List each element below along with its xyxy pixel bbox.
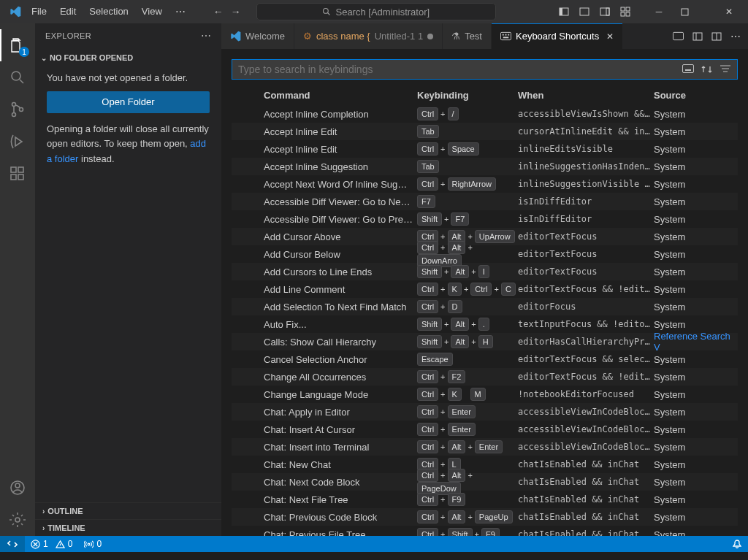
window-close-icon[interactable]: ✕ — [716, 7, 742, 17]
tab-test[interactable]: ⚗ Test — [443, 23, 492, 49]
command-cell: Chat: Previous File Tree — [264, 529, 417, 537]
hint-post: instead. — [78, 153, 114, 164]
window-minimize-icon[interactable]: ─ — [646, 7, 672, 17]
sort-precedence-icon[interactable] — [701, 64, 712, 74]
svg-rect-22 — [18, 167, 23, 172]
editor-more-icon[interactable]: ⋯ — [730, 31, 741, 42]
menu-overflow-icon[interactable]: ⋯ — [169, 0, 192, 23]
outline-label: OUTLINE — [47, 507, 83, 515]
activity-scm-icon[interactable] — [0, 93, 35, 126]
status-notifications-icon[interactable] — [726, 536, 748, 552]
keybinding-cell: Shift+Alt+. — [417, 318, 518, 331]
hint-pre: Opening a folder will close all currentl… — [47, 123, 209, 149]
keybindings-search-input[interactable] — [238, 64, 682, 75]
keybinding-row[interactable]: Change Language ModeCtrl+K M!notebookEdi… — [232, 386, 738, 403]
keybinding-row[interactable]: Accept Inline EditTabcursorAtInlineEdit … — [232, 123, 738, 140]
sidebar-section-outline[interactable]: ›OUTLINE — [35, 502, 221, 519]
keybinding-row[interactable]: Add Cursors to Line EndsShift+Alt+Iedito… — [232, 263, 738, 280]
when-cell: chatIsEnabled && inChat — [518, 512, 654, 522]
keybinding-row[interactable]: Accept Inline EditCtrl+SpaceinlineEditsV… — [232, 140, 738, 158]
command-cell: Accessible Diff Viewer: Go to Ne… — [264, 196, 417, 207]
filter-icon[interactable] — [720, 64, 731, 74]
keybinding-cell: Ctrl+D — [417, 300, 518, 313]
keybinding-row[interactable]: Chat: Next File TreeCtrl+F9chatIsEnabled… — [232, 491, 738, 508]
source-cell: System — [654, 179, 738, 190]
svg-rect-21 — [18, 174, 23, 180]
col-header-source[interactable]: Source — [654, 90, 738, 101]
status-problems[interactable]: 1 0 — [25, 536, 78, 552]
svg-point-13 — [12, 72, 20, 80]
layout-customize-icon[interactable] — [619, 6, 631, 18]
keybindings-search[interactable] — [232, 59, 738, 80]
menu-view[interactable]: View — [135, 0, 169, 23]
activity-account-icon[interactable] — [0, 472, 35, 504]
activity-debug-icon[interactable] — [0, 126, 35, 158]
when-cell: accessibleViewInCodeBlock … — [518, 442, 654, 452]
keybinding-row[interactable]: Chat: Insert into TerminalCtrl+Alt+Enter… — [232, 438, 738, 456]
keybinding-row[interactable]: Chat: Next Code BlockCtrl+Alt+PageDowcha… — [232, 473, 738, 491]
nav-forward-icon[interactable]: → — [227, 6, 245, 18]
open-json-icon[interactable] — [692, 31, 703, 42]
keybinding-row[interactable]: Add Line CommentCtrl+K+Ctrl+CeditorTextF… — [232, 280, 738, 298]
keybinding-cell: Ctrl+F9 — [417, 493, 518, 506]
keybinding-cell: Escape — [417, 353, 518, 366]
menu-edit[interactable]: Edit — [53, 0, 83, 23]
col-header-when[interactable]: When — [518, 90, 654, 101]
keybinding-row[interactable]: Chat: Insert At CursorCtrl+Enteraccessib… — [232, 421, 738, 438]
tab-welcome[interactable]: Welcome — [221, 23, 294, 49]
keybinding-row[interactable]: Accessible Diff Viewer: Go to Ne…F7isInD… — [232, 193, 738, 210]
remote-indicator[interactable] — [0, 536, 25, 552]
editor-actions: ⋯ — [665, 23, 748, 49]
open-folder-button[interactable]: Open Folder — [47, 91, 210, 113]
close-icon[interactable]: ✕ — [606, 31, 614, 42]
keybinding-row[interactable]: Add Selection To Next Find MatchCtrl+Ded… — [232, 298, 738, 315]
source-cell: System — [654, 284, 738, 295]
keybinding-row[interactable]: Accept Next Word Of Inline Sug…Ctrl+Righ… — [232, 175, 738, 193]
keybinding-row[interactable]: Chat: Previous File TreeCtrl+Shift+F9cha… — [232, 526, 738, 536]
compare-keyboard-icon[interactable] — [673, 31, 684, 41]
command-center-search[interactable]: Search [Administrator] — [256, 3, 496, 20]
keybinding-row[interactable]: Change All OccurrencesCtrl+F2editorTextF… — [232, 368, 738, 386]
keybindings-header-row: Command Keybinding When Source — [232, 80, 738, 105]
keybinding-cell: Ctrl+Shift+F9 — [417, 528, 518, 536]
source-cell: System — [654, 144, 738, 155]
sidebar-section-timeline[interactable]: ›TIMELINE — [35, 519, 221, 536]
tab-keyboard-shortcuts[interactable]: Keyboard Shortcuts ✕ — [492, 23, 623, 49]
menu-file[interactable]: File — [25, 0, 53, 23]
keybinding-row[interactable]: Chat: Apply in EditorCtrl+Enteraccessibl… — [232, 403, 738, 421]
window-maximize-icon[interactable] — [681, 8, 707, 16]
keybinding-row[interactable]: Add Cursor BelowCtrl+Alt+DownArroeditorT… — [232, 245, 738, 263]
keybinding-row[interactable]: Chat: Previous Code BlockCtrl+Alt+PageUp… — [232, 508, 738, 526]
col-header-command[interactable]: Command — [264, 90, 417, 101]
nav-back-icon[interactable]: ← — [210, 6, 227, 18]
menu-selection[interactable]: Selection — [83, 0, 134, 23]
keybinding-row[interactable]: Accessible Diff Viewer: Go to Pre…Shift+… — [232, 210, 738, 228]
status-ports[interactable]: 0 — [78, 536, 107, 552]
vscode-logo-icon — [230, 31, 241, 42]
activity-explorer-icon[interactable]: 1 — [0, 29, 35, 61]
activity-extensions-icon[interactable] — [0, 158, 35, 190]
layout-sidebar-right-icon[interactable] — [599, 6, 611, 18]
activity-settings-icon[interactable] — [0, 504, 35, 536]
col-header-keybinding[interactable]: Keybinding — [417, 90, 518, 101]
svg-rect-36 — [685, 69, 691, 71]
split-editor-icon[interactable] — [711, 31, 722, 42]
svg-rect-31 — [673, 32, 683, 39]
keybinding-row[interactable]: Accept Inline SuggestionTabinlineSuggest… — [232, 158, 738, 175]
keybinding-row[interactable]: Calls: Show Call HierarchyShift+Alt+Hedi… — [232, 333, 738, 350]
record-keys-icon[interactable] — [682, 64, 694, 74]
activity-search-icon[interactable] — [0, 61, 35, 93]
svg-rect-29 — [508, 34, 509, 36]
layout-panel-bottom-icon[interactable] — [579, 6, 590, 18]
keybinding-row[interactable]: Cancel Selection AnchorEscapeeditorTextF… — [232, 350, 738, 368]
tab-class-name[interactable]: ⚙ class name { Untitled-1 1 — [294, 23, 443, 49]
sidebar-section-no-folder[interactable]: ⌄ NO FOLDER OPENED — [35, 50, 221, 65]
source-cell: System — [654, 459, 738, 470]
sidebar-more-icon[interactable]: ⋯ — [201, 30, 211, 42]
command-cell: Cancel Selection Anchor — [264, 354, 417, 365]
keybinding-row[interactable]: Accept Inline CompletionCtrl+/accessible… — [232, 105, 738, 123]
svg-point-44 — [88, 543, 90, 545]
when-cell: editorTextFocus — [518, 231, 654, 242]
svg-rect-30 — [503, 37, 509, 38]
layout-sidebar-left-icon[interactable] — [558, 6, 570, 18]
